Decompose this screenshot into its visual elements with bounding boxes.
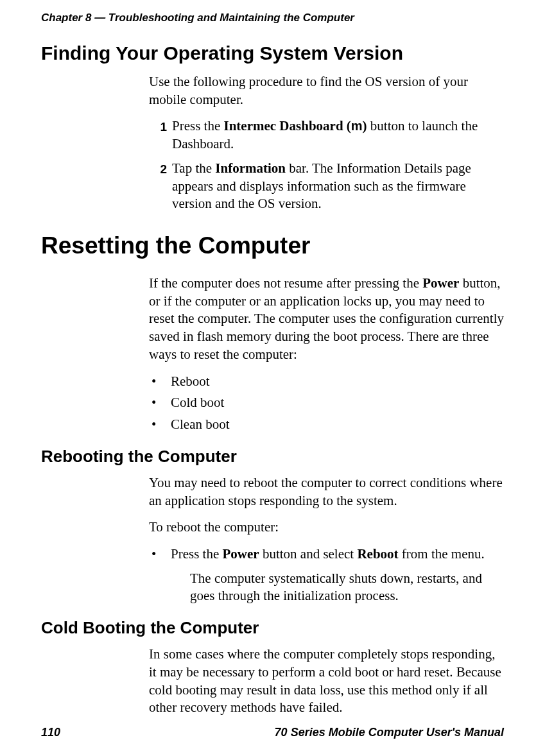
bold-text: Intermec Dashboard (: [224, 118, 351, 133]
list-text: Reboot: [171, 373, 504, 391]
section1-body: Use the following procedure to find the …: [149, 73, 504, 213]
bullet: •: [149, 546, 171, 605]
step-2: 2 Tap the Information bar. The Informati…: [149, 160, 504, 213]
manual-title: 70 Series Mobile Computer User's Manual: [275, 726, 504, 739]
list-text: Press the Power button and select Reboot…: [171, 546, 504, 605]
text: Press the: [172, 118, 224, 133]
list-item: • Reboot: [149, 373, 504, 391]
bold-text: Information: [215, 160, 286, 176]
step-text: Press the Intermec Dashboard (m) button …: [172, 117, 504, 153]
list-item: • Press the Power button and select Rebo…: [149, 546, 504, 605]
text: from the menu.: [399, 546, 485, 562]
heading-cold-booting-computer: Cold Booting the Computer: [41, 618, 504, 638]
running-header: Chapter 8 — Troubleshooting and Maintain…: [41, 12, 504, 24]
step-number: 2: [149, 160, 172, 213]
page-number: 110: [41, 726, 60, 739]
reset-methods-list: • Reboot • Cold boot • Clean boot: [149, 373, 504, 434]
section4-body: In some cases where the computer complet…: [149, 646, 504, 717]
page: Chapter 8 — Troubleshooting and Maintain…: [0, 0, 545, 756]
bullet: •: [149, 416, 171, 434]
sub-paragraph: The computer systematically shuts down, …: [190, 570, 504, 605]
bold-text: Reboot: [357, 546, 398, 562]
section1-intro: Use the following procedure to find the …: [149, 73, 504, 108]
bold-text: ): [363, 118, 367, 133]
list-item: • Cold boot: [149, 394, 504, 412]
section1-steps: 1 Press the Intermec Dashboard (m) butto…: [149, 117, 504, 213]
section4-p1: In some cases where the computer complet…: [149, 646, 504, 717]
bullet: •: [149, 394, 171, 412]
heading-rebooting-computer: Rebooting the Computer: [41, 447, 504, 467]
dashboard-icon-glyph: m: [351, 119, 363, 133]
bold-text: Power: [422, 275, 459, 291]
text: If the computer does not resume after pr…: [149, 275, 422, 291]
page-footer: 110 70 Series Mobile Computer User's Man…: [41, 726, 504, 739]
list-text: Cold boot: [171, 394, 504, 412]
step-number: 1: [149, 117, 172, 153]
section2-body: If the computer does not resume after pr…: [149, 275, 504, 434]
heading-resetting-computer: Resetting the Computer: [41, 232, 504, 259]
step-1: 1 Press the Intermec Dashboard (m) butto…: [149, 117, 504, 153]
text: Tap the: [172, 160, 215, 176]
reboot-steps-list: • Press the Power button and select Rebo…: [149, 546, 504, 605]
list-text: Clean boot: [171, 416, 504, 434]
section2-intro: If the computer does not resume after pr…: [149, 275, 504, 364]
section3-p2: To reboot the computer:: [149, 519, 504, 537]
bullet: •: [149, 373, 171, 391]
heading-finding-os-version: Finding Your Operating System Version: [41, 42, 504, 64]
section3-p1: You may need to reboot the computer to c…: [149, 474, 504, 510]
section3-body: You may need to reboot the computer to c…: [149, 474, 504, 605]
text: button and select: [259, 546, 358, 562]
text: Press the: [171, 546, 223, 562]
list-item: • Clean boot: [149, 416, 504, 434]
bold-text: Power: [223, 546, 259, 562]
step-text: Tap the Information bar. The Information…: [172, 160, 504, 213]
